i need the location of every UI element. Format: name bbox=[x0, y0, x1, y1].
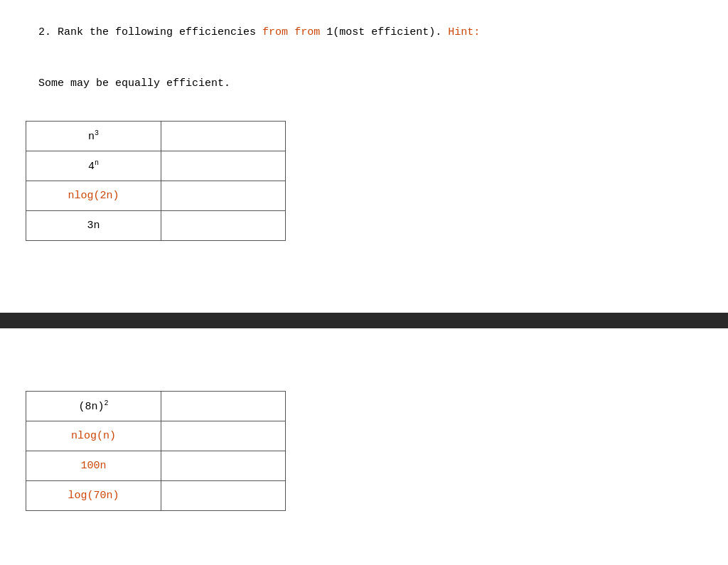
log70n-text: log(70n) bbox=[68, 490, 119, 502]
nlog2n-text: nlog(2n) bbox=[68, 190, 119, 202]
expression-8n2: (8n)2 bbox=[26, 392, 161, 421]
top-efficiency-table: n3 4n nlog(2n) 3n bbox=[26, 121, 286, 241]
expression-log70n: log(70n) bbox=[26, 481, 161, 511]
answer-cell-nlogn[interactable] bbox=[161, 421, 286, 451]
from1-text: from bbox=[262, 26, 288, 38]
table-row: n3 bbox=[26, 122, 286, 151]
100n-text: 100n bbox=[80, 460, 106, 472]
answer-cell-100n[interactable] bbox=[161, 451, 286, 481]
question-text: 2. Rank the following efficiencies from … bbox=[13, 7, 715, 109]
expression-nlog2n: nlog(2n) bbox=[26, 181, 161, 211]
answer-cell-nlog2n[interactable] bbox=[161, 181, 286, 211]
top-section: 2. Rank the following efficiencies from … bbox=[0, 0, 728, 241]
hint-text: Hint: bbox=[448, 26, 480, 38]
superscript-3: 3 bbox=[95, 129, 99, 137]
question-suffix: 1(most efficient). Hint: bbox=[320, 26, 480, 38]
superscript-n: n bbox=[95, 159, 99, 167]
table-row: 100n bbox=[26, 451, 286, 481]
answer-cell-n3[interactable] bbox=[161, 122, 286, 151]
superscript-2: 2 bbox=[105, 399, 109, 407]
nlogn-text: nlog(n) bbox=[71, 430, 116, 442]
bottom-section: (8n)2 nlog(n) 100n log(70n) bbox=[0, 348, 728, 511]
second-line: Some may be equally efficient. bbox=[38, 77, 230, 90]
question-intro: Rank the following efficiencies bbox=[51, 26, 262, 38]
table-row: 4n bbox=[26, 151, 286, 181]
divider-bar bbox=[0, 313, 728, 328]
from2-text: from bbox=[294, 26, 320, 38]
table-row: nlog(n) bbox=[26, 421, 286, 451]
table-row: 3n bbox=[26, 211, 286, 241]
answer-cell-log70n[interactable] bbox=[161, 481, 286, 511]
expression-3n: 3n bbox=[26, 211, 161, 241]
table-row: log(70n) bbox=[26, 481, 286, 511]
answer-cell-3n[interactable] bbox=[161, 211, 286, 241]
expression-4n: 4n bbox=[26, 151, 161, 181]
answer-cell-8n2[interactable] bbox=[161, 392, 286, 421]
expression-100n: 100n bbox=[26, 451, 161, 481]
bottom-efficiency-table: (8n)2 nlog(n) 100n log(70n) bbox=[26, 391, 286, 511]
table-row: nlog(2n) bbox=[26, 181, 286, 211]
expression-nlogn: nlog(n) bbox=[26, 421, 161, 451]
question-number: 2. bbox=[38, 26, 51, 38]
answer-cell-4n[interactable] bbox=[161, 151, 286, 181]
expression-n3: n3 bbox=[26, 122, 161, 151]
table-row: (8n)2 bbox=[26, 392, 286, 421]
